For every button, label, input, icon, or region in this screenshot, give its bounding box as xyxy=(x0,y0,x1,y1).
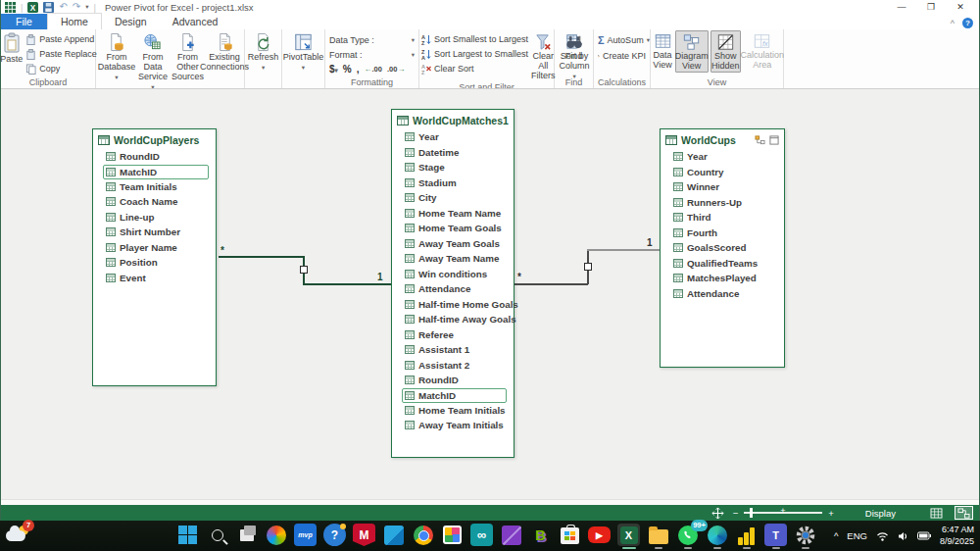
data-type-dropdown[interactable]: Data Type :▾ xyxy=(329,32,415,47)
increase-decimals-button[interactable]: ←.00 xyxy=(365,65,382,74)
from-database-button[interactable]: From Database ▾ xyxy=(98,30,135,82)
field-row[interactable]: Year xyxy=(405,129,511,145)
close-button[interactable]: ✕ xyxy=(946,0,975,14)
field-row[interactable]: Referee xyxy=(405,327,511,343)
field-row[interactable]: Half-time Home Goals xyxy=(405,297,511,313)
show-hidden-button[interactable]: Show Hidden xyxy=(710,30,741,73)
field-row[interactable]: GoalsScored xyxy=(673,240,781,256)
comma-button[interactable]: , xyxy=(357,64,360,75)
field-row[interactable]: Country xyxy=(673,165,781,180)
help-button[interactable]: ? xyxy=(962,18,973,28)
field-row[interactable]: Win conditions xyxy=(405,267,511,282)
field-row[interactable]: Line-up xyxy=(106,210,213,225)
power-bi-button[interactable] xyxy=(735,524,758,546)
table-worldcupmatches1[interactable]: WorldCupMatches1 Year Datetime Stage Sta… xyxy=(391,109,514,458)
clock[interactable]: 6:47 AM 8/9/2025 xyxy=(940,525,974,547)
volume-icon[interactable] xyxy=(898,531,908,541)
collapse-ribbon-button[interactable]: ^ xyxy=(951,19,955,28)
fit-to-screen-button[interactable] xyxy=(711,507,724,520)
clear-sort-button[interactable]: AZ Clear Sort xyxy=(421,62,528,75)
data-view-button[interactable]: Data View xyxy=(652,30,672,71)
field-row[interactable]: Player Name xyxy=(106,240,213,256)
field-row[interactable]: Away Team Name xyxy=(405,251,511,267)
status-data-view-button[interactable] xyxy=(927,506,946,520)
field-row[interactable]: Fourth xyxy=(673,225,781,241)
zoom-slider[interactable]: + xyxy=(744,512,822,514)
table-header[interactable]: WorldCupPlayers xyxy=(93,129,216,149)
field-row[interactable]: Stadium xyxy=(405,175,511,191)
youtube-button[interactable]: ▶ xyxy=(588,526,611,543)
field-row[interactable]: MatchesPlayed xyxy=(673,271,781,286)
excel-icon[interactable]: X xyxy=(27,2,38,13)
field-row[interactable]: Datetime xyxy=(405,145,511,161)
paste-button[interactable]: Paste xyxy=(1,30,24,65)
find-button[interactable]: Find xyxy=(558,30,591,62)
field-row[interactable]: Attendance xyxy=(405,281,511,297)
field-row[interactable]: Shirt Number xyxy=(106,225,213,240)
field-row[interactable]: Team Initials xyxy=(106,179,213,195)
field-row[interactable]: Away Team Goals xyxy=(405,236,511,252)
teams-button[interactable]: T xyxy=(764,524,787,546)
tray-chevron-up[interactable]: ^ xyxy=(834,530,838,541)
undo-button[interactable]: ↶ xyxy=(59,2,67,12)
vscode-button[interactable] xyxy=(382,524,405,546)
get-help-button[interactable]: ? xyxy=(323,524,346,546)
table-worldcups[interactable]: WorldCups Year Country Winner Runners-Up… xyxy=(660,128,785,368)
decrease-decimals-button[interactable]: .00→ xyxy=(387,65,405,74)
copy-button[interactable]: Copy xyxy=(25,62,97,75)
tab-home[interactable]: Home xyxy=(47,13,102,29)
whatsapp-button[interactable]: 99+ xyxy=(676,524,699,546)
status-diagram-view-button[interactable] xyxy=(955,506,973,520)
field-row-selected[interactable]: MatchID xyxy=(103,165,209,179)
format-dropdown[interactable]: Format :▾ xyxy=(329,47,415,62)
restore-button[interactable]: ❐ xyxy=(916,0,946,14)
field-row[interactable]: Winner xyxy=(673,179,781,195)
field-row[interactable]: Home Team Name xyxy=(405,206,511,222)
create-hierarchy-icon[interactable] xyxy=(755,135,765,145)
field-row[interactable]: Assistant 1 xyxy=(405,342,511,358)
tab-file[interactable]: File xyxy=(1,14,47,29)
table-header[interactable]: WorldCups xyxy=(661,129,784,149)
table-header[interactable]: WorldCupMatches1 xyxy=(392,110,514,129)
language-indicator[interactable]: ENG xyxy=(847,530,867,541)
from-data-service-button[interactable]: From Data Service ▾ xyxy=(137,30,169,89)
field-row[interactable]: Assistant 2 xyxy=(405,358,511,374)
field-row[interactable]: Away Team Initials xyxy=(405,418,511,433)
tab-design[interactable]: Design xyxy=(102,14,160,29)
zoom-in-button[interactable]: + xyxy=(828,508,834,519)
task-view-button[interactable] xyxy=(235,524,258,546)
field-row[interactable]: QualifiedTeams xyxy=(673,256,781,272)
settings-button[interactable] xyxy=(794,524,816,546)
tab-advanced[interactable]: Advanced xyxy=(160,14,231,29)
field-row[interactable]: Home Team Initials xyxy=(405,403,511,419)
edge-button[interactable] xyxy=(706,524,728,546)
currency-button[interactable]: $▾ xyxy=(329,64,338,75)
b-app-button[interactable]: B xyxy=(529,524,552,546)
paste-append-button[interactable]: Paste Append xyxy=(25,32,97,46)
minimize-button[interactable]: — xyxy=(887,0,916,14)
mvp-app-button[interactable]: mvp xyxy=(294,524,317,546)
visual-studio-button[interactable] xyxy=(500,524,522,546)
microsoft-store-button[interactable] xyxy=(559,524,581,546)
field-row[interactable]: City xyxy=(405,190,511,206)
horizontal-scrollbar[interactable] xyxy=(1,499,979,505)
field-row[interactable]: Home Team Goals xyxy=(405,221,511,236)
field-row[interactable]: Position xyxy=(106,255,213,271)
clear-all-filters-button[interactable]: Clear All Filters xyxy=(530,30,557,81)
battery-icon[interactable] xyxy=(917,531,931,540)
field-row[interactable]: Year xyxy=(673,149,781,165)
field-row-selected[interactable]: MatchID xyxy=(402,388,507,403)
sort-largest-to-smallest-button[interactable]: ZA Sort Largest to Smallest xyxy=(421,47,528,61)
table-worldcupplayers[interactable]: WorldCupPlayers RoundID MatchID Team Ini… xyxy=(92,128,217,386)
diagram-view-button[interactable]: Diagram View xyxy=(675,30,709,73)
mcafee-button[interactable]: M xyxy=(353,524,375,546)
field-row[interactable]: Runners-Up xyxy=(673,195,781,211)
field-row[interactable]: Half-time Away Goals xyxy=(405,312,511,327)
pivottable-button[interactable]: PivotTable ▾ xyxy=(284,30,323,71)
zoom-out-button[interactable]: − xyxy=(733,508,739,519)
zoom-slider-thumb[interactable] xyxy=(750,508,753,518)
field-row[interactable]: RoundID xyxy=(405,373,511,388)
percent-button[interactable]: % xyxy=(343,64,352,75)
existing-connections-button[interactable]: Existing Connections xyxy=(207,30,242,73)
field-row[interactable]: RoundID xyxy=(106,149,213,165)
